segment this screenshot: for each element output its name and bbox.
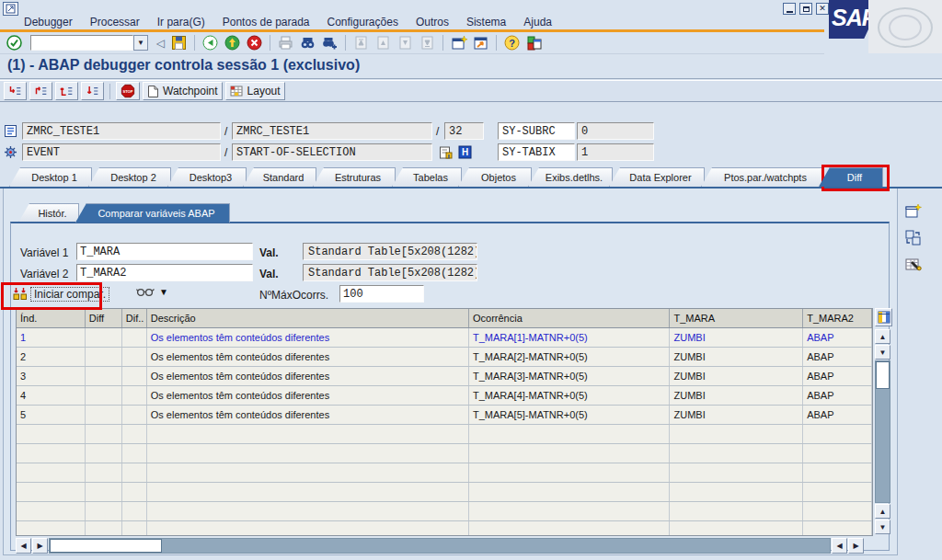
- desktop-tab[interactable]: Desktop3: [167, 167, 247, 187]
- desktop-tab[interactable]: Ptos.par./watchpts: [701, 167, 822, 187]
- desktop-tab[interactable]: Standard: [243, 167, 316, 187]
- cell-tmara[interactable]: [670, 483, 803, 501]
- horizontal-scrollbar[interactable]: ◀ ▶ ◀ ▶: [16, 538, 864, 554]
- cell-tmara2[interactable]: [803, 463, 872, 482]
- column-header[interactable]: Ocorrência: [469, 309, 671, 327]
- diff-inner-tab[interactable]: Comparar variáveis ABAP: [75, 203, 230, 223]
- cell-tmara2[interactable]: ABAP: [803, 367, 872, 385]
- cell-diff[interactable]: [86, 463, 122, 482]
- cell-description[interactable]: Os elementos têm conteúdos diferentes: [147, 386, 469, 405]
- include-field[interactable]: ZMRC_TESTE1: [232, 122, 432, 140]
- scroll-right-icon[interactable]: ▶: [848, 538, 864, 554]
- cell-index[interactable]: 2: [17, 348, 86, 366]
- cell-description[interactable]: Os elementos têm conteúdos diferentes: [147, 367, 469, 385]
- enter-icon[interactable]: [5, 34, 24, 52]
- menu-item[interactable]: Ajuda: [523, 16, 552, 29]
- cell-index[interactable]: [17, 521, 86, 536]
- cell-tmara2[interactable]: ABAP: [803, 348, 872, 366]
- exit-icon[interactable]: [223, 34, 242, 52]
- cell-diff[interactable]: [86, 444, 122, 463]
- cell-diff[interactable]: [86, 348, 122, 366]
- variable2-value-field[interactable]: Standard Table[5x208(1282)]: [303, 264, 477, 281]
- table-row[interactable]: 5 Os elementos têm conteúdos diferentes …: [17, 406, 872, 425]
- table-row[interactable]: [17, 521, 872, 536]
- print-icon[interactable]: [276, 34, 295, 52]
- column-header[interactable]: T_MARA2: [803, 309, 872, 327]
- minimize-button[interactable]: [783, 3, 796, 15]
- variable1-value-field[interactable]: Standard Table[5x208(1282)]: [303, 243, 477, 260]
- event-type-field[interactable]: EVENT: [22, 143, 221, 161]
- column-header[interactable]: Dif..: [122, 309, 147, 327]
- cell-index[interactable]: [17, 463, 86, 482]
- cell-occurrence[interactable]: T_MARA[5]-MATNR+0(5): [469, 406, 671, 424]
- menu-item[interactable]: Processar: [90, 16, 140, 29]
- horizontal-scroll-thumb[interactable]: [50, 539, 162, 553]
- desktop-tab[interactable]: Exibs.detlhs.: [528, 167, 613, 187]
- cell-tmara[interactable]: ZUMBI: [670, 348, 803, 366]
- scroll-down-icon[interactable]: ▼: [875, 520, 890, 534]
- cell-description[interactable]: Os elementos têm conteúdos diferentes: [147, 328, 469, 347]
- cell-dif2[interactable]: [122, 425, 147, 443]
- cell-description[interactable]: [147, 521, 469, 536]
- cell-dif2[interactable]: [122, 521, 147, 536]
- create-shortcut-icon[interactable]: [471, 34, 490, 52]
- cell-occurrence[interactable]: T_MARA[1]-MATNR+0(5): [469, 328, 671, 347]
- cell-tmara[interactable]: [670, 463, 803, 482]
- desktop-tab[interactable]: Desktop 1: [9, 167, 92, 187]
- cell-index[interactable]: [17, 444, 86, 463]
- command-input[interactable]: [30, 35, 133, 51]
- scroll-left-icon[interactable]: ◀: [832, 538, 847, 554]
- column-header[interactable]: Descrição: [147, 309, 469, 327]
- cell-diff[interactable]: [86, 367, 122, 385]
- cell-tmara[interactable]: [670, 425, 803, 443]
- cell-dif2[interactable]: [122, 386, 147, 405]
- step-over-button[interactable]: [29, 82, 52, 100]
- scroll-right-icon[interactable]: ▶: [32, 538, 48, 554]
- cell-tmara2[interactable]: [803, 521, 872, 536]
- return-button[interactable]: [55, 82, 78, 100]
- scroll-left-icon[interactable]: ◀: [16, 538, 31, 554]
- table-row[interactable]: 1 Os elementos têm conteúdos diferentes …: [17, 328, 872, 348]
- cell-dif2[interactable]: [122, 367, 147, 385]
- stop-debugger-button[interactable]: STOP: [116, 82, 140, 100]
- display-options-button[interactable]: ▼: [136, 285, 168, 298]
- program-field[interactable]: ZMRC_TESTE1: [22, 122, 221, 140]
- last-page-icon[interactable]: [418, 34, 437, 52]
- cell-occurrence[interactable]: [469, 483, 671, 501]
- cell-description[interactable]: [147, 425, 469, 443]
- window-system-menu-icon[interactable]: [3, 2, 18, 16]
- cell-description[interactable]: [147, 463, 469, 482]
- cell-tmara2[interactable]: [803, 425, 872, 443]
- cell-diff[interactable]: [86, 328, 122, 347]
- cell-occurrence[interactable]: [469, 444, 671, 463]
- cell-description[interactable]: [147, 483, 469, 501]
- cell-description[interactable]: [147, 444, 469, 463]
- services-settings-icon[interactable]: [903, 255, 922, 273]
- menu-item[interactable]: Ir para(G): [157, 16, 205, 29]
- cell-tmara2[interactable]: [803, 444, 872, 463]
- cell-occurrence[interactable]: T_MARA[3]-MATNR+0(5): [469, 367, 671, 385]
- cell-tmara[interactable]: [670, 444, 803, 463]
- find-icon[interactable]: [298, 34, 317, 52]
- menu-item[interactable]: Outros: [416, 16, 449, 29]
- sy-tabix-label-field[interactable]: SY-TABIX: [498, 143, 575, 161]
- cell-diff[interactable]: [86, 406, 122, 424]
- cell-index[interactable]: [17, 425, 86, 443]
- cell-index[interactable]: 5: [17, 406, 86, 424]
- find-next-icon[interactable]: [320, 34, 339, 52]
- cell-occurrence[interactable]: [469, 521, 671, 536]
- cell-tmara[interactable]: ZUMBI: [670, 367, 803, 385]
- cell-dif2[interactable]: [122, 463, 147, 482]
- cell-index[interactable]: 1: [17, 328, 86, 347]
- collapse-command-field-icon[interactable]: ◁: [155, 37, 167, 50]
- watchpoint-button[interactable]: Watchpoint: [143, 82, 223, 100]
- cell-occurrence[interactable]: [469, 425, 671, 443]
- cell-occurrence[interactable]: [469, 502, 671, 520]
- cell-dif2[interactable]: [122, 502, 147, 520]
- cell-dif2[interactable]: [122, 444, 147, 463]
- desktop-tab[interactable]: Estruturas: [313, 167, 396, 187]
- cell-index[interactable]: [17, 502, 86, 520]
- table-row[interactable]: [17, 483, 872, 502]
- save-icon[interactable]: [169, 34, 189, 52]
- hex-display-icon[interactable]: H: [457, 144, 473, 160]
